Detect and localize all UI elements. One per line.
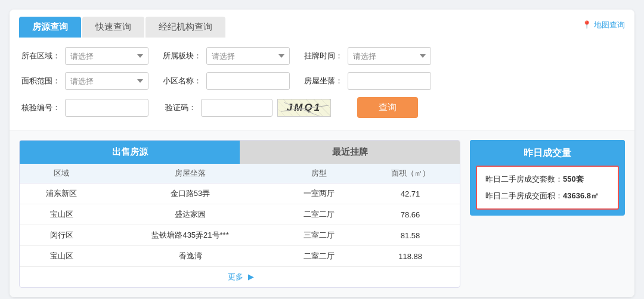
tab-house-search[interactable]: 房源查询 xyxy=(19,17,81,38)
table-row[interactable]: 浦东新区金口路53弄一室两厅42.71 xyxy=(20,183,460,204)
stats-content: 昨日二手房成交套数： 550套 昨日二手房成交面积： 43636.8㎡ xyxy=(476,166,619,210)
stats-row-2: 昨日二手房成交面积： 43636.8㎡ xyxy=(485,191,609,201)
region-field: 所在区域： 请选择 xyxy=(21,47,148,65)
more-link[interactable]: 更多 ▶ xyxy=(20,266,460,287)
main-container: 房源查询 快速查询 经纪机构查询 📍 地图查询 所在区域： 请选择 所属板块： … xyxy=(10,10,634,297)
verify-num-label: 核验编号： xyxy=(21,102,60,113)
building-input[interactable] xyxy=(348,72,431,90)
cell-address: 香逸湾 xyxy=(103,246,277,267)
table-tabs: 出售房源 最近挂牌 xyxy=(20,141,460,164)
tab-for-sale[interactable]: 出售房源 xyxy=(20,141,240,164)
stats-row2-label: 昨日二手房成交面积： xyxy=(485,191,563,201)
captcha-field: 验证码： JMQ1 xyxy=(163,99,331,117)
cell-address: 盐铁塘路435弄21号*** xyxy=(103,225,277,246)
tab-agency-search[interactable]: 经纪机构查询 xyxy=(145,17,225,38)
cell-region: 宝山区 xyxy=(20,246,103,267)
search-form: 所在区域： 请选择 所属板块： 请选择 挂牌时间： 请选择 面积范围 xyxy=(10,38,634,130)
col-room-type: 房型 xyxy=(277,164,361,183)
table-row[interactable]: 宝山区香逸湾二室二厅118.88 xyxy=(20,246,460,267)
cell-area: 78.66 xyxy=(361,204,460,225)
captcha-image[interactable]: JMQ1 xyxy=(277,99,331,117)
block-label: 所属板块： xyxy=(163,51,202,61)
region-select[interactable]: 请选择 xyxy=(65,47,148,65)
table-row[interactable]: 闵行区盐铁塘路435弄21号***三室二厅81.58 xyxy=(20,225,460,246)
col-area: 面积（㎡） xyxy=(361,164,460,183)
community-field: 小区名称： xyxy=(163,72,290,90)
location-icon: 📍 xyxy=(582,20,592,29)
form-row-3: 核验编号： 验证码： JMQ1 查询 xyxy=(21,97,623,118)
stats-row1-value: 550套 xyxy=(563,174,584,185)
cell-address: 金口路53弄 xyxy=(103,183,277,204)
col-region: 区域 xyxy=(20,164,103,183)
stats-title: 昨日成交量 xyxy=(470,140,625,166)
block-select[interactable]: 请选择 xyxy=(206,47,290,65)
building-field: 房屋坐落： xyxy=(304,72,431,90)
cell-area: 81.58 xyxy=(361,225,460,246)
cell-room_type: 一室两厅 xyxy=(277,183,361,204)
stats-row2-value: 43636.8㎡ xyxy=(563,191,599,201)
area-label: 面积范围： xyxy=(21,76,60,86)
tab-bar: 房源查询 快速查询 经纪机构查询 📍 地图查询 xyxy=(10,10,634,38)
community-input[interactable] xyxy=(206,72,290,90)
more-arrow: ▶ xyxy=(248,272,254,281)
cell-area: 118.88 xyxy=(361,246,460,267)
query-button[interactable]: 查询 xyxy=(357,97,418,118)
listing-time-select[interactable]: 请选择 xyxy=(348,47,431,65)
community-label: 小区名称： xyxy=(163,76,202,86)
table-row[interactable]: 宝山区盛达家园二室二厅78.66 xyxy=(20,204,460,225)
block-field: 所属板块： 请选择 xyxy=(163,47,290,65)
tab-recent-listing[interactable]: 最近挂牌 xyxy=(240,141,460,164)
captcha-input[interactable] xyxy=(201,99,273,117)
building-label: 房屋坐落： xyxy=(304,76,343,86)
more-text: 更多 xyxy=(228,272,243,281)
stats-box: 昨日成交量 昨日二手房成交套数： 550套 昨日二手房成交面积： 43636.8… xyxy=(470,140,625,216)
cell-room_type: 二室二厅 xyxy=(277,204,361,225)
listing-time-field: 挂牌时间： 请选择 xyxy=(304,47,431,65)
listing-time-label: 挂牌时间： xyxy=(304,51,343,61)
cell-area: 42.71 xyxy=(361,183,460,204)
region-label: 所在区域： xyxy=(21,51,60,61)
captcha-label: 验证码： xyxy=(163,102,196,113)
table-area: 出售房源 最近挂牌 区域 房屋坐落 房型 面积（㎡） 浦东新区金口路53弄一室两… xyxy=(19,140,460,288)
stats-row-1: 昨日二手房成交套数： 550套 xyxy=(485,174,609,185)
area-field: 面积范围： 请选择 xyxy=(21,72,148,90)
map-link[interactable]: 📍 地图查询 xyxy=(582,20,625,35)
cell-region: 浦东新区 xyxy=(20,183,103,204)
verify-num-input[interactable] xyxy=(65,99,148,117)
form-row-1: 所在区域： 请选择 所属板块： 请选择 挂牌时间： 请选择 xyxy=(21,47,623,65)
verify-num-field: 核验编号： xyxy=(21,99,148,117)
cell-region: 闵行区 xyxy=(20,225,103,246)
tab-quick-search[interactable]: 快速查询 xyxy=(82,17,144,38)
listings-table: 区域 房屋坐落 房型 面积（㎡） 浦东新区金口路53弄一室两厅42.71宝山区盛… xyxy=(20,164,460,266)
form-row-2: 面积范围： 请选择 小区名称： 房屋坐落： xyxy=(21,72,623,90)
stats-row1-label: 昨日二手房成交套数： xyxy=(485,174,563,185)
cell-region: 宝山区 xyxy=(20,204,103,225)
cell-address: 盛达家园 xyxy=(103,204,277,225)
col-address: 房屋坐落 xyxy=(103,164,277,183)
area-select[interactable]: 请选择 xyxy=(65,72,148,90)
cell-room_type: 二室二厅 xyxy=(277,246,361,267)
cell-room_type: 三室二厅 xyxy=(277,225,361,246)
bottom-section: 出售房源 最近挂牌 区域 房屋坐落 房型 面积（㎡） 浦东新区金口路53弄一室两… xyxy=(10,130,634,297)
